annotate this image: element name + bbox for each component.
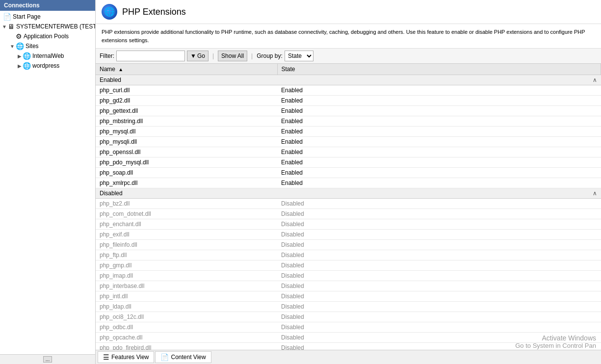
expand-icon: ▼ (2, 24, 7, 29)
table-row[interactable]: php_soap.dll Enabled (96, 168, 601, 178)
ext-name: php_odbc.dll (96, 322, 277, 333)
sidebar-item-label: Start Page (13, 13, 41, 20)
table-row[interactable]: php_curl.dll Enabled (96, 85, 601, 96)
table-row[interactable]: php_gd2.dll Enabled (96, 96, 601, 106)
show-all-button[interactable]: Show All (218, 51, 247, 61)
table-row[interactable]: php_mysql.dll Enabled (96, 127, 601, 137)
table-row[interactable]: php_intl.dll Disabled (96, 291, 601, 302)
ext-state: Disabled (277, 219, 601, 230)
group-header-enabled[interactable]: Enabled ∧ (96, 75, 601, 85)
sidebar-header: Connections (0, 0, 95, 11)
ext-state: Disabled (277, 209, 601, 219)
ext-state: Disabled (277, 312, 601, 322)
group-header-label: Disabled (100, 190, 123, 197)
bottom-tabs: ☰ Features View 📄 Content View (96, 350, 601, 364)
ext-name: php_opcache.dll (96, 333, 277, 343)
ext-state: Disabled (277, 260, 601, 271)
table-row[interactable]: php_imap.dll Disabled (96, 271, 601, 281)
ext-name: php_interbase.dll (96, 281, 277, 291)
sidebar-item-application-pools[interactable]: ⚙ Application Pools (0, 31, 95, 41)
sidebar-item-wordpress[interactable]: ▶ 🌐 wordpress (0, 61, 95, 71)
table-row[interactable]: php_ftp.dll Disabled (96, 250, 601, 260)
sidebar-item-start-page[interactable]: 📄 Start Page (0, 12, 95, 22)
table-row[interactable]: php_oci8_12c.dll Disabled (96, 312, 601, 322)
ext-state: Enabled (277, 147, 601, 157)
page-icon: 📄 (3, 13, 11, 21)
table-row[interactable]: php_mbstring.dll Enabled (96, 116, 601, 127)
group-by-label: Group by: (257, 52, 283, 59)
filter-separator: | (212, 52, 214, 59)
group-header-disabled[interactable]: Disabled ∧ (96, 188, 601, 199)
filter-input[interactable] (116, 51, 185, 61)
sidebar-item-label: InternalWeb (32, 52, 64, 59)
table-row[interactable]: php_opcache.dll Disabled (96, 333, 601, 343)
ext-name: php_com_dotnet.dll (96, 209, 277, 219)
ext-name: php_bz2.dll (96, 199, 277, 209)
table-row[interactable]: php_fileinfo.dll Disabled (96, 240, 601, 250)
group-by-select[interactable]: State Name None (285, 51, 314, 61)
ext-name: php_ftp.dll (96, 250, 277, 260)
tab-content-view[interactable]: 📄 Content View (155, 351, 211, 363)
tab-features-view[interactable]: ☰ Features View (98, 351, 154, 363)
ext-state: Enabled (277, 137, 601, 147)
ext-state: Disabled (277, 271, 601, 281)
tab-content-label: Content View (171, 354, 206, 361)
ext-name: php_mysqli.dll (96, 137, 277, 147)
ext-name: php_enchant.dll (96, 219, 277, 230)
table-row[interactable]: php_enchant.dll Disabled (96, 219, 601, 230)
site-icon: 🌐 (23, 62, 31, 70)
name-column-label: Name (100, 66, 115, 73)
group-header-label: Enabled (100, 77, 121, 83)
ext-state: Disabled (277, 302, 601, 312)
ext-state: Disabled (277, 281, 601, 291)
ext-state: Disabled (277, 250, 601, 260)
ext-state: Enabled (277, 96, 601, 106)
title-bar: 🌐 PHP Extensions (96, 0, 601, 24)
ext-name: php_oci8_12c.dll (96, 312, 277, 322)
state-column-header[interactable]: State (277, 64, 601, 75)
table-row[interactable]: php_openssl.dll Enabled (96, 147, 601, 157)
sidebar-tree: 📄 Start Page ▼ 🖥 SYSTEMCENTERWEB (TEST1\… (0, 11, 95, 354)
table-row[interactable]: php_ldap.dll Disabled (96, 302, 601, 312)
collapse-icon[interactable]: ∧ (593, 190, 597, 197)
table-row[interactable]: php_odbc.dll Disabled (96, 322, 601, 333)
table-row[interactable]: php_gmp.dll Disabled (96, 260, 601, 271)
filter-bar: Filter: ▼ Go | Show All | Group by: Stat… (96, 49, 601, 64)
ext-state: Disabled (277, 343, 601, 350)
sidebar-title: Connections (4, 2, 40, 9)
ext-state: Enabled (277, 168, 601, 178)
ext-name: php_gmp.dll (96, 260, 277, 271)
ext-name: php_mbstring.dll (96, 116, 277, 127)
filter-icon: ▼ (190, 52, 196, 59)
ext-state: Disabled (277, 230, 601, 240)
sidebar-item-internalweb[interactable]: ▶ 🌐 InternalWeb (0, 51, 95, 61)
table-row[interactable]: php_exif.dll Disabled (96, 230, 601, 240)
table-row[interactable]: php_com_dotnet.dll Disabled (96, 209, 601, 219)
sidebar: Connections 📄 Start Page ▼ 🖥 SYSTEMCENTE… (0, 0, 96, 364)
collapse-icon[interactable]: ∧ (593, 77, 597, 83)
ext-name: php_intl.dll (96, 291, 277, 302)
expand-icon: ▼ (10, 44, 15, 49)
sidebar-bottom-btn[interactable]: ... (43, 356, 52, 363)
table-row[interactable]: php_bz2.dll Disabled (96, 199, 601, 209)
site-icon: 🌐 (23, 52, 31, 60)
php-extensions-icon: 🌐 (102, 4, 117, 20)
table-row[interactable]: php_pdo_firebird.dll Disabled (96, 343, 601, 350)
sidebar-item-server[interactable]: ▼ 🖥 SYSTEMCENTERWEB (TEST1\ (0, 22, 95, 31)
ext-name: php_openssl.dll (96, 147, 277, 157)
sidebar-item-label: wordpress (32, 62, 59, 69)
ext-name: php_xmlrpc.dll (96, 178, 277, 188)
sidebar-item-sites[interactable]: ▼ 🌐 Sites (0, 41, 95, 51)
name-column-header[interactable]: Name ▲ (96, 64, 277, 75)
show-all-label: Show All (221, 52, 244, 59)
table-row[interactable]: php_pdo_mysql.dll Enabled (96, 157, 601, 168)
main-content: 🌐 PHP Extensions PHP extensions provide … (96, 0, 601, 364)
table-row[interactable]: php_xmlrpc.dll Enabled (96, 178, 601, 188)
table-row[interactable]: php_interbase.dll Disabled (96, 281, 601, 291)
extensions-table: Name ▲ State Enabled ∧ php_curl.dll (96, 64, 601, 350)
table-row[interactable]: php_mysqli.dll Enabled (96, 137, 601, 147)
ext-state: Enabled (277, 106, 601, 116)
expand-icon: ▶ (18, 63, 22, 69)
table-row[interactable]: php_gettext.dll Enabled (96, 106, 601, 116)
go-button[interactable]: ▼ Go (187, 51, 209, 61)
